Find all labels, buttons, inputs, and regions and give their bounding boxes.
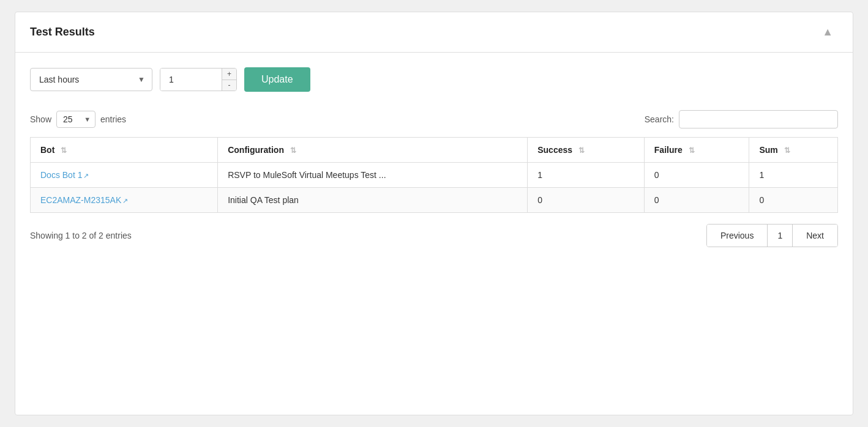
show-label: Show [30, 114, 51, 124]
external-link-icon: ↗ [122, 197, 128, 204]
table-row: EC2AMAZ-M2315AK↗Initial QA Test plan000 [31, 188, 838, 213]
hours-input[interactable] [160, 69, 222, 91]
pagination-buttons: Previous 1 Next [706, 224, 838, 247]
table-controls: Show 10 25 50 100 ▼ entries Search: [30, 110, 838, 128]
col-configuration: Configuration ⇅ [218, 138, 528, 163]
increment-button[interactable]: + [222, 69, 236, 80]
entries-select-wrapper: 10 25 50 100 ▼ [56, 111, 95, 128]
collapse-button[interactable]: ▲ [817, 23, 838, 41]
entries-select[interactable]: 10 25 50 100 [56, 111, 95, 128]
pagination-row: Showing 1 to 2 of 2 entries Previous 1 N… [30, 224, 838, 247]
sort-failure-icon[interactable]: ⇅ [689, 146, 695, 155]
table-row: Docs Bot 1↗RSVP to MuleSoft Virtual Meet… [31, 163, 838, 188]
col-success: Success ⇅ [528, 138, 645, 163]
panel-header: Test Results ▲ [15, 12, 853, 53]
sort-bot-icon[interactable]: ⇅ [61, 146, 67, 155]
cell-success: 0 [528, 188, 645, 213]
next-button[interactable]: Next [793, 225, 837, 247]
col-bot: Bot ⇅ [31, 138, 218, 163]
search-input[interactable] [679, 110, 838, 128]
time-filter-wrapper: Last hours Last days Last weeks ▼ [30, 68, 152, 91]
showing-text: Showing 1 to 2 of 2 entries [30, 231, 132, 240]
time-filter-select[interactable]: Last hours Last days Last weeks [30, 68, 152, 91]
panel-title: Test Results [30, 26, 95, 39]
search-row: Search: [645, 110, 838, 128]
cell-failure: 0 [644, 163, 749, 188]
filter-controls: Last hours Last days Last weeks ▼ + - Up… [30, 67, 838, 92]
table-header-row: Bot ⇅ Configuration ⇅ Success ⇅ Failure … [31, 138, 838, 163]
bot-link[interactable]: EC2AMAZ-M2315AK [40, 195, 121, 205]
cell-configuration: RSVP to MuleSoft Virtual Meetups Test ..… [218, 163, 528, 188]
cell-sum: 1 [749, 163, 838, 188]
bot-link[interactable]: Docs Bot 1 [40, 170, 82, 180]
external-link-icon: ↗ [83, 172, 89, 179]
search-label: Search: [645, 114, 674, 124]
cell-bot: EC2AMAZ-M2315AK↗ [31, 188, 218, 213]
cell-configuration: Initial QA Test plan [218, 188, 528, 213]
update-button[interactable]: Update [244, 67, 310, 92]
sort-success-icon[interactable]: ⇅ [578, 146, 585, 155]
sort-sum-icon[interactable]: ⇅ [784, 146, 790, 155]
cell-failure: 0 [644, 188, 749, 213]
decrement-button[interactable]: - [222, 80, 236, 91]
stepper-buttons: + - [222, 69, 236, 91]
entries-label: entries [100, 114, 126, 124]
number-input-group: + - [160, 68, 237, 91]
results-table: Bot ⇅ Configuration ⇅ Success ⇅ Failure … [30, 137, 838, 213]
sort-configuration-icon[interactable]: ⇅ [290, 146, 296, 155]
test-results-panel: Test Results ▲ Last hours Last days Last… [15, 12, 853, 415]
previous-button[interactable]: Previous [707, 225, 768, 247]
cell-sum: 0 [749, 188, 838, 213]
panel-body: Last hours Last days Last weeks ▼ + - Up… [15, 53, 853, 262]
col-failure: Failure ⇅ [644, 138, 749, 163]
cell-success: 1 [528, 163, 645, 188]
current-page: 1 [768, 225, 793, 247]
col-sum: Sum ⇅ [749, 138, 838, 163]
cell-bot: Docs Bot 1↗ [31, 163, 218, 188]
show-entries: Show 10 25 50 100 ▼ entries [30, 111, 126, 128]
